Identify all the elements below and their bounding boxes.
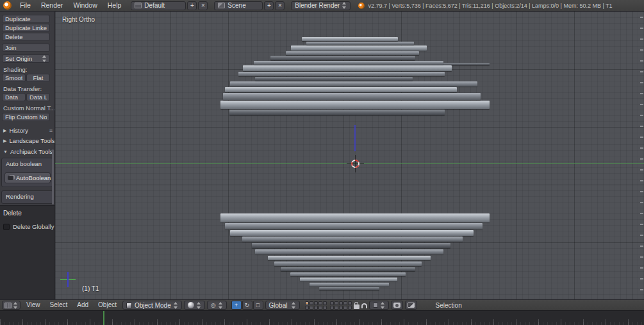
layer-toggle[interactable] <box>323 301 327 305</box>
add-scene-button[interactable]: + <box>264 1 274 10</box>
menu-view[interactable]: View <box>22 300 44 310</box>
opengl-render-button[interactable] <box>391 301 403 310</box>
join-button[interactable]: Join <box>2 44 50 52</box>
scene-lock-icon[interactable] <box>354 304 359 309</box>
layer-toggle[interactable] <box>318 301 322 305</box>
shade-smooth-button[interactable]: Smooth <box>2 74 26 82</box>
panel-history[interactable]: ▶ History ≡ <box>3 127 53 134</box>
model-plate <box>230 230 474 236</box>
viewport-3d[interactable]: Right Ortho (1) T1 <box>55 12 644 299</box>
stats-text: v2.79.7 | Verts:5,736 | Faces:5,672 | Tr… <box>368 3 612 9</box>
view-label: Right Ortho <box>62 16 95 23</box>
mode-selector[interactable]: Object Mode <box>122 301 182 310</box>
layer-toggle[interactable] <box>334 306 338 310</box>
pivot-point-selector[interactable]: ◎ <box>207 301 227 310</box>
scene-selector[interactable]: Scene <box>214 1 263 10</box>
timeline[interactable] <box>0 310 644 325</box>
manipulator-rotate-button[interactable]: ↻ <box>242 301 252 310</box>
delete-globally-label: Delete Globally <box>13 223 54 230</box>
landscape-tools-label: Landscape Tools <box>9 137 54 144</box>
rendering-subpanel[interactable]: Rendering <box>1 190 53 204</box>
viewport-right-ticks <box>640 17 643 294</box>
updown-arrows-icon <box>42 55 47 62</box>
current-frame-marker[interactable] <box>103 311 104 325</box>
model-plate <box>290 272 406 276</box>
layer-toggle[interactable] <box>305 301 309 305</box>
render-engine-selector[interactable]: Blender Render <box>291 1 351 10</box>
toolshelf-scrollbar[interactable] <box>52 149 54 204</box>
opengl-render-anim-button[interactable] <box>405 301 417 310</box>
shading-sphere-icon <box>188 302 194 308</box>
transform-orientation-selector[interactable]: Global <box>265 301 300 310</box>
delete-button[interactable]: Delete <box>2 33 50 41</box>
menu-render[interactable]: Render <box>37 0 67 11</box>
layer-toggle[interactable] <box>334 301 338 305</box>
panel-archipack-tools[interactable]: ▼ Archipack Tools <box>3 148 53 155</box>
screen-layout-name: Default <box>144 2 165 9</box>
data-transfer-data-button[interactable]: Data <box>2 93 26 101</box>
auto-boolean-button[interactable]: AutoBoolean <box>4 172 51 183</box>
editor-type-button[interactable] <box>2 301 21 310</box>
mode-name: Object Mode <box>135 302 171 309</box>
auto-boolean-header[interactable]: Auto boolean <box>2 158 53 167</box>
flat-label: Flat <box>29 74 47 81</box>
snap-magnet-icon[interactable] <box>361 303 367 308</box>
duplicate-linked-button[interactable]: Duplicate Linked <box>2 24 50 32</box>
layer-toggle[interactable] <box>330 306 334 310</box>
snap-element-selector[interactable] <box>369 301 389 310</box>
blender-logo-small-icon <box>358 3 365 9</box>
menu-add[interactable]: Add <box>73 300 92 310</box>
menu-select[interactable]: Select <box>46 300 72 310</box>
model-plate <box>268 256 431 260</box>
layer-toggle[interactable] <box>339 306 343 310</box>
updown-arrows-icon <box>174 302 178 309</box>
layer-toggle[interactable] <box>310 301 313 305</box>
menu-object[interactable]: Object <box>94 300 120 310</box>
layer-toggle[interactable] <box>348 306 352 310</box>
layer-toggle[interactable] <box>305 306 309 310</box>
cursor-ring <box>351 160 359 168</box>
manipulator-toggle-group: + ↻ □ <box>231 301 263 310</box>
layer-toggle[interactable] <box>314 306 318 310</box>
layer-toggle[interactable] <box>323 306 327 310</box>
model-plate <box>225 223 483 229</box>
duplicate-label: Duplicate <box>5 15 47 22</box>
close-scene-button[interactable]: × <box>275 1 285 10</box>
screen-layout-selector[interactable]: Default <box>131 1 186 10</box>
info-header: File Render Window Help Default + × Scen… <box>0 0 644 12</box>
panel-landscape-tools[interactable]: ▶ Landscape Tools <box>3 137 53 144</box>
layers-group-2 <box>330 301 352 310</box>
menu-file[interactable]: File <box>15 0 35 11</box>
auto-boolean-subpanel: Auto boolean AutoBoolean <box>1 158 53 187</box>
model-plate <box>270 56 415 60</box>
set-origin-menu[interactable]: Set Origin <box>2 54 50 63</box>
snap-element-icon <box>373 303 378 308</box>
layer-toggle[interactable] <box>330 301 334 305</box>
menu-window[interactable]: Window <box>69 0 101 11</box>
delete-globally-option[interactable]: Delete Globally <box>0 217 54 230</box>
flip-custom-normals-button[interactable]: Flip Custom Nor... <box>2 113 50 121</box>
manipulator-scale-button[interactable]: □ <box>253 301 263 310</box>
layer-toggle[interactable] <box>348 301 352 305</box>
smooth-label: Smooth <box>5 74 22 81</box>
layer-toggle[interactable] <box>314 301 318 305</box>
data-transfer-layout-button[interactable]: Data L... <box>26 93 50 101</box>
add-screen-button[interactable]: + <box>187 1 197 10</box>
menu-help[interactable]: Help <box>103 0 126 11</box>
viewport-shading-selector[interactable] <box>184 301 205 310</box>
mini-axis-gizmo <box>60 271 77 287</box>
model-plate <box>220 101 490 109</box>
duplicate-button[interactable]: Duplicate <box>2 15 50 23</box>
layer-toggle[interactable] <box>318 306 322 310</box>
shade-flat-button[interactable]: Flat <box>26 74 50 82</box>
manipulator-translate-button[interactable]: + <box>231 301 242 310</box>
layer-toggle[interactable] <box>310 306 313 310</box>
layer-toggle[interactable] <box>343 301 347 305</box>
close-screen-button[interactable]: × <box>198 1 208 10</box>
layer-toggle[interactable] <box>343 306 347 310</box>
layer-toggle[interactable] <box>339 301 343 305</box>
delete-globally-checkbox[interactable] <box>3 224 10 230</box>
active-object-label: (1) T1 <box>82 285 99 292</box>
model-plate <box>243 65 452 71</box>
updown-arrows-icon <box>219 302 223 309</box>
